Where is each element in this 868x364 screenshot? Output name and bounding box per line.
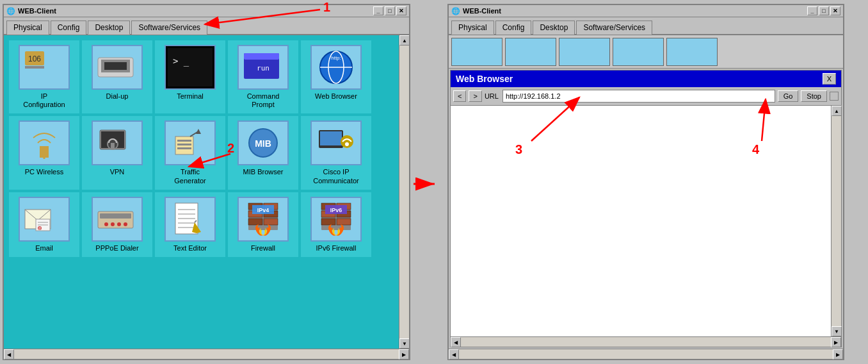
tab-software-left[interactable]: Software/Services	[131, 21, 207, 35]
scroll-right-btn[interactable]: ▶	[399, 349, 409, 360]
right-horizontal-scrollbar[interactable]: ◀ ▶	[449, 349, 843, 359]
pppoe-icon	[92, 197, 143, 242]
app-cisco-ip[interactable]: Cisco IPCommunicator	[301, 116, 371, 189]
browser-back-btn[interactable]: <	[453, 90, 466, 102]
app-dial-up[interactable]: Dial-up	[82, 40, 152, 113]
traffic-gen-icon	[165, 120, 216, 165]
web-browser-title: Web Browser	[456, 74, 513, 84]
browser-h-track	[461, 337, 831, 347]
right-close-button[interactable]: ✕	[830, 6, 840, 15]
svg-rect-59	[264, 219, 278, 225]
arrow-between-windows	[410, 4, 442, 364]
tab-config-right[interactable]: Config	[495, 21, 532, 35]
right-maximize-button[interactable]: □	[819, 6, 829, 15]
pc-wireless-label: PC Wireless	[25, 168, 64, 176]
ip-config-icon: 106	[19, 45, 70, 90]
physical-icon-2	[505, 38, 556, 66]
stop-button[interactable]: Stop	[801, 90, 827, 102]
browser-page-content	[451, 106, 831, 336]
app-pppoe[interactable]: PPPoE Dialer	[82, 192, 152, 257]
browser-scroll-track	[832, 116, 841, 326]
web-browser-toolbar: < > URL Go Stop	[451, 87, 841, 106]
url-input[interactable]	[502, 90, 775, 103]
app-text-editor[interactable]: Text Editor	[155, 192, 225, 257]
left-window-icon: 🌐	[6, 7, 15, 15]
desktop-area: 106 IPConfiguration	[4, 35, 399, 349]
tab-physical-right[interactable]: Physical	[451, 21, 494, 35]
svg-rect-24	[177, 147, 191, 149]
browser-horizontal-scrollbar[interactable]: ◀ ▶	[451, 336, 841, 347]
svg-text:MIB: MIB	[255, 138, 271, 149]
text-editor-label: Text Editor	[173, 244, 207, 252]
app-mib-browser[interactable]: MIB MIB Browser	[228, 116, 298, 189]
traffic-gen-label: TrafficGenerator	[174, 168, 206, 185]
right-minimize-button[interactable]: _	[807, 6, 817, 15]
tab-desktop-right[interactable]: Desktop	[533, 21, 575, 35]
right-scroll-left-btn[interactable]: ◀	[449, 349, 459, 360]
vpn-label: VPN	[110, 168, 125, 176]
browser-scroll-left[interactable]: ◀	[451, 337, 461, 347]
right-scroll-right-btn[interactable]: ▶	[833, 349, 843, 360]
minimize-button[interactable]: _	[373, 6, 383, 15]
left-window-title: WEB-Client	[18, 7, 56, 15]
tab-software-right[interactable]: Software/Services	[576, 21, 652, 35]
ipv6-firewall-icon: IPv6	[310, 197, 362, 242]
web-browser-label: Web Browser	[315, 92, 357, 101]
dial-up-label: Dial-up	[106, 92, 129, 101]
mib-browser-icon: MIB	[237, 120, 289, 165]
tab-desktop-left[interactable]: Desktop	[88, 21, 130, 35]
tab-config-left[interactable]: Config	[51, 21, 87, 35]
left-window-controls: _ □ ✕	[373, 6, 406, 15]
scroll-down-btn[interactable]: ▼	[399, 338, 409, 349]
svg-rect-68	[337, 219, 351, 225]
app-email[interactable]: @ Email	[9, 192, 79, 257]
physical-icons-strip	[449, 35, 843, 69]
command-prompt-label: CommandPrompt	[247, 92, 280, 109]
app-ipv6-firewall[interactable]: IPv6 IPv6 Firewall	[301, 192, 371, 257]
svg-rect-5	[104, 62, 127, 70]
physical-icon-1	[451, 38, 502, 66]
left-horizontal-scrollbar[interactable]: ◀ ▶	[4, 349, 409, 359]
scroll-up-btn[interactable]: ▲	[399, 35, 409, 46]
physical-icon-3	[559, 38, 610, 66]
browser-scroll-down[interactable]: ▼	[832, 326, 842, 336]
tab-physical-left[interactable]: Physical	[6, 21, 49, 35]
app-terminal[interactable]: > _ Terminal	[155, 40, 225, 113]
svg-text:run: run	[257, 64, 269, 72]
browser-close-btn[interactable]: X	[823, 73, 836, 85]
command-prompt-icon: run	[237, 45, 289, 90]
svg-rect-23	[177, 144, 191, 145]
email-label: Email	[35, 244, 53, 252]
svg-point-43	[117, 222, 121, 226]
firewall-icon: IPv4	[237, 197, 289, 242]
app-command-prompt[interactable]: run CommandPrompt	[228, 40, 298, 113]
web-browser-icon: http:	[310, 45, 362, 90]
maximize-button[interactable]: □	[385, 6, 395, 15]
app-web-browser[interactable]: http: Web Browser	[301, 40, 371, 113]
browser-scroll-up[interactable]: ▲	[832, 106, 842, 116]
browser-vertical-scrollbar[interactable]: ▲ ▼	[831, 106, 841, 336]
left-vertical-scrollbar[interactable]: ▲ ▼	[399, 35, 409, 349]
scroll-track	[399, 46, 409, 338]
app-ip-config[interactable]: 106 IPConfiguration	[9, 40, 79, 113]
close-button[interactable]: ✕	[396, 6, 406, 15]
svg-rect-6	[168, 48, 213, 87]
app-vpn[interactable]: VPN	[82, 116, 152, 189]
svg-text:> _: > _	[173, 56, 189, 67]
browser-scroll-right[interactable]: ▶	[831, 337, 841, 347]
mib-browser-label: MIB Browser	[243, 168, 284, 176]
app-firewall[interactable]: IPv4 Firewall	[228, 192, 298, 257]
pppoe-label: PPPoE Dialer	[95, 244, 138, 252]
firewall-label: Firewall	[251, 244, 275, 252]
go-button[interactable]: Go	[778, 90, 799, 102]
scroll-left-btn[interactable]: ◀	[4, 349, 14, 360]
browser-forward-btn[interactable]: >	[469, 90, 481, 102]
svg-marker-26	[196, 129, 201, 134]
vpn-icon	[92, 120, 143, 165]
app-pc-wireless[interactable]: PC Wireless	[9, 116, 79, 189]
svg-rect-16	[40, 146, 49, 158]
right-titlebar: 🌐 WEB-Client _ □ ✕	[449, 5, 843, 17]
cisco-ip-icon	[310, 120, 362, 165]
app-traffic-gen[interactable]: TrafficGenerator	[155, 116, 225, 189]
cisco-ip-label: Cisco IPCommunicator	[313, 168, 359, 185]
